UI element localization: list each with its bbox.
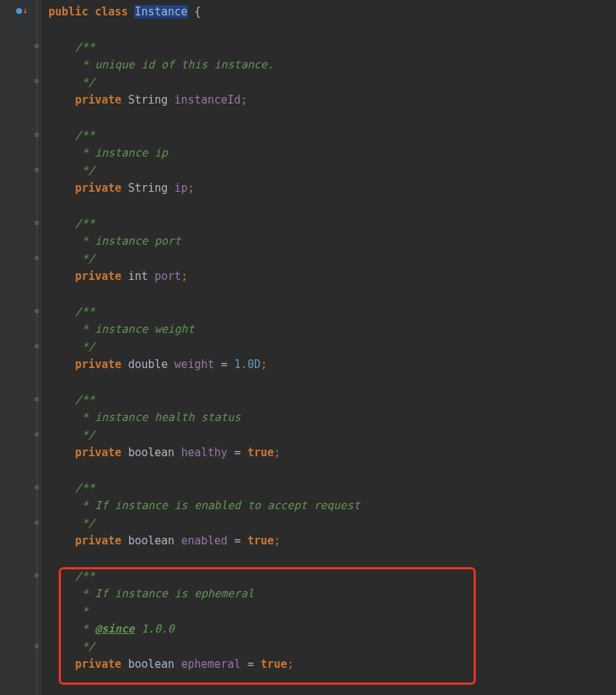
- fold-marker[interactable]: ⊟: [33, 307, 40, 314]
- code-line[interactable]: private boolean ephemeral = true;: [48, 655, 616, 673]
- code-line[interactable]: /**: [48, 391, 616, 408]
- fold-marker[interactable]: ⊟: [33, 219, 40, 226]
- code-line[interactable]: [48, 550, 616, 567]
- code-line[interactable]: /**: [48, 479, 616, 497]
- fold-marker[interactable]: ⊟: [33, 254, 40, 262]
- fold-marker[interactable]: ⊟: [33, 42, 40, 49]
- code-line[interactable]: [48, 285, 616, 303]
- fold-marker[interactable]: ⊟: [33, 166, 40, 173]
- code-line[interactable]: */: [48, 638, 616, 655]
- code-content[interactable]: public class Instance { /** * unique id …: [41, 0, 616, 695]
- fold-marker[interactable]: ⊟: [33, 77, 40, 84]
- code-line[interactable]: */: [48, 162, 616, 179]
- code-line[interactable]: /**: [48, 303, 616, 320]
- code-line[interactable]: [48, 109, 616, 126]
- code-line[interactable]: */: [48, 338, 616, 356]
- override-icon[interactable]: ↓: [16, 2, 28, 20]
- fold-marker[interactable]: ⊟: [33, 642, 40, 649]
- code-editor[interactable]: ↓ ⊟ ⊟ ⊟ ⊟ ⊟ ⊟ ⊟ ⊟ ⊟ ⊟ ⊟ ⊟ ⊟ ⊟ public cla…: [0, 0, 616, 695]
- code-line[interactable]: private String ip;: [48, 179, 616, 197]
- code-line[interactable]: * If instance is ephemeral: [48, 585, 616, 602]
- code-line[interactable]: * instance health status: [48, 408, 616, 426]
- code-line[interactable]: */: [48, 73, 616, 91]
- code-line[interactable]: * If instance is enabled to accept reque…: [48, 497, 616, 514]
- editor-gutter: ↓ ⊟ ⊟ ⊟ ⊟ ⊟ ⊟ ⊟ ⊟ ⊟ ⊟ ⊟ ⊟ ⊟ ⊟: [0, 0, 41, 695]
- fold-marker[interactable]: ⊟: [33, 519, 40, 526]
- code-line[interactable]: [48, 373, 616, 391]
- code-line[interactable]: *: [48, 602, 616, 620]
- fold-marker[interactable]: ⊟: [33, 572, 40, 579]
- code-line[interactable]: private double weight = 1.0D;: [48, 356, 616, 373]
- code-line[interactable]: private boolean enabled = true;: [48, 532, 616, 550]
- code-line[interactable]: */: [48, 426, 616, 444]
- code-line[interactable]: [48, 673, 616, 691]
- code-line[interactable]: * instance ip: [48, 144, 616, 162]
- code-line[interactable]: /**: [48, 38, 616, 56]
- code-line[interactable]: /**: [48, 126, 616, 144]
- code-line[interactable]: private String instanceId;: [48, 91, 616, 109]
- code-line[interactable]: private int port;: [48, 267, 616, 285]
- code-line[interactable]: /**: [48, 215, 616, 232]
- code-line[interactable]: * instance port: [48, 232, 616, 250]
- fold-marker[interactable]: ⊟: [33, 395, 40, 403]
- code-line[interactable]: * unique id of this instance.: [48, 56, 616, 73]
- code-line[interactable]: /**: [48, 567, 616, 585]
- code-line[interactable]: [48, 461, 616, 479]
- code-line[interactable]: */: [48, 514, 616, 532]
- code-line[interactable]: private boolean healthy = true;: [48, 444, 616, 461]
- code-line[interactable]: [48, 197, 616, 215]
- fold-marker[interactable]: ⊟: [33, 131, 40, 138]
- fold-marker[interactable]: ⊟: [33, 431, 40, 438]
- fold-marker[interactable]: ⊟: [33, 483, 40, 491]
- code-line[interactable]: public class Instance {: [48, 3, 616, 21]
- code-line[interactable]: * @since 1.0.0: [48, 620, 616, 638]
- code-line[interactable]: [48, 21, 616, 38]
- fold-marker[interactable]: ⊟: [33, 342, 40, 350]
- code-line[interactable]: * instance weight: [48, 320, 616, 338]
- code-line[interactable]: */: [48, 250, 616, 267]
